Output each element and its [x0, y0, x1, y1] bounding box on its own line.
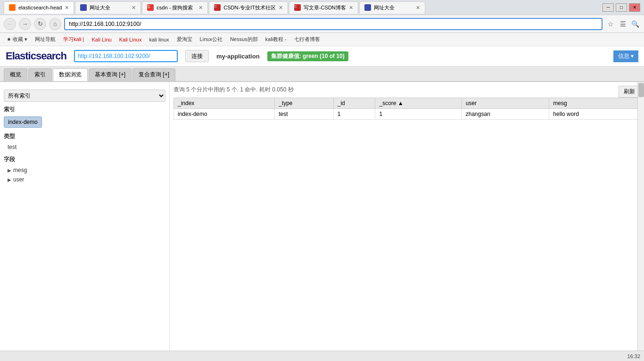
address-bar: ← → ↻ ⌂ ☆ ☰ 🔍 [0, 15, 644, 33]
tab-close-csdn1[interactable]: ✕ [198, 5, 203, 11]
browser-tabs: elasticsearch-head ✕ 网址大全 ✕ S csdn - 搜狗搜… [4, 1, 601, 14]
app-logo: Elasticsearch [6, 50, 66, 62]
field-item-user[interactable]: ▶ user [4, 175, 165, 184]
tab-title-net2: 网址大全 [374, 4, 413, 11]
tab-overview[interactable]: 概览 [4, 68, 27, 81]
table-row: index-demo test 1 1 zhangsan hello word [174, 109, 640, 120]
cell-user: zhangsan [462, 109, 549, 120]
main-content: 所有索引 索引 index-demo 类型 test 字段 ▶ mesg ▶ u… [0, 82, 644, 351]
back-button[interactable]: ← [4, 18, 16, 30]
results-summary: 查询 5 个分片中用的 5 个. 1 命中. 耗时 0.050 秒 [173, 86, 640, 94]
index-item-demo[interactable]: index-demo [4, 116, 42, 128]
field-name-user: user [13, 176, 24, 183]
tab-favicon-es [9, 4, 16, 11]
cell-index: index-demo [174, 109, 275, 120]
bookmark-nessus[interactable]: Nessus的部 [227, 35, 261, 44]
col-header-user[interactable]: user [462, 98, 549, 109]
cell-mesg: hello word [549, 109, 640, 120]
cluster-name: my-application [216, 53, 260, 60]
bookmark-kali-linu[interactable]: Kali Linu [89, 36, 114, 43]
search-icon[interactable]: 🔍 [630, 19, 640, 29]
tab-close-es[interactable]: ✕ [65, 5, 69, 11]
bookmark-linux-pub[interactable]: Linux公社 [197, 35, 225, 44]
bookmark-kali-tutorial[interactable]: kali教程 - [263, 35, 289, 44]
tab-data-browser[interactable]: 数据浏览 [53, 68, 88, 81]
title-bar: elasticsearch-head ✕ 网址大全 ✕ S csdn - 搜狗搜… [0, 0, 644, 15]
home-button[interactable]: ⌂ [49, 18, 61, 30]
bookmark-kali-linux[interactable]: Kali Linux [116, 36, 145, 43]
col-header-mesg[interactable]: mesg [549, 98, 640, 109]
tab-favicon-net2 [364, 4, 371, 11]
bookmark-taobao[interactable]: 爱淘宝 [174, 35, 195, 44]
col-header-score[interactable]: _score ▲ [375, 98, 462, 109]
table-header-row: _index _type _id _score ▲ user mesg [174, 98, 640, 109]
bookmark-kali-linux-en[interactable]: kali linux [146, 36, 172, 43]
tab-complex-query[interactable]: 复合查询 [+] [132, 68, 175, 81]
tab-title-es: elasticsearch-head [18, 5, 62, 10]
col-header-type[interactable]: _type [275, 98, 334, 109]
tab-favicon-csdn2: C [214, 4, 221, 11]
cell-id: 1 [333, 109, 375, 120]
bookmark-7-lines[interactable]: 七行者博客 [291, 35, 323, 44]
field-name-mesg: mesg [13, 167, 27, 173]
tab-basic-query[interactable]: 基本查询 [+] [89, 68, 132, 81]
tab-elasticsearch-head[interactable]: elasticsearch-head ✕ [4, 1, 74, 14]
tab-index[interactable]: 索引 [28, 68, 52, 81]
scrollbar-thumb[interactable] [638, 83, 644, 97]
status-bar: 16:32 [0, 351, 644, 361]
field-arrow-user: ▶ [8, 177, 11, 182]
bookmark-nav[interactable]: 网址导航 [32, 35, 58, 44]
index-selector-label: 所有索引 [4, 90, 165, 102]
reload-button[interactable]: ↻ [34, 18, 46, 30]
tab-title-csdn3: 写文章-CSDN博客 [304, 4, 346, 11]
tab-net2[interactable]: 网址大全 ✕ [359, 1, 425, 14]
cell-type: test [275, 109, 334, 120]
tab-close-net2[interactable]: ✕ [416, 5, 420, 11]
nav-tabs: 概览 索引 数据浏览 基本查询 [+] 复合查询 [+] [0, 66, 644, 82]
scrollbar[interactable] [637, 82, 644, 351]
sidebar: 所有索引 索引 index-demo 类型 test 字段 ▶ mesg ▶ u… [0, 82, 170, 351]
server-url-input[interactable] [74, 50, 178, 62]
health-status-badge: 集群健康值: green (10 of 10) [267, 51, 348, 61]
maximize-button[interactable]: □ [616, 3, 627, 12]
tab-net1[interactable]: 网址大全 ✕ [75, 1, 141, 14]
tab-favicon-csdn3: C [294, 4, 301, 11]
address-right-icons: ☆ ☰ 🔍 [605, 19, 640, 29]
star-icon: ★ [7, 36, 11, 42]
forward-button[interactable]: → [19, 18, 31, 30]
col-header-index[interactable]: _index [174, 98, 275, 109]
index-selector[interactable]: 所有索引 [4, 90, 165, 102]
bookmark-kali-learn[interactable]: 学习kali | [60, 35, 87, 44]
url-input[interactable] [64, 18, 603, 30]
tab-title-net1: 网址大全 [90, 4, 129, 11]
tab-favicon-s1: S [147, 4, 154, 11]
tab-csdn2[interactable]: C CSDN-专业IT技术社区 ✕ [209, 1, 288, 14]
index-section-label: 索引 [4, 106, 165, 114]
tab-csdn1[interactable]: S csdn - 搜狗搜索 ✕ [142, 1, 208, 14]
tab-close-csdn3[interactable]: ✕ [349, 5, 353, 11]
star-icon[interactable]: ☆ [605, 19, 616, 29]
tab-favicon-net1 [80, 4, 87, 11]
tab-csdn3[interactable]: C 写文章-CSDN博客 ✕ [289, 1, 358, 14]
field-arrow-mesg: ▶ [8, 168, 11, 173]
bookmark-icon[interactable]: ☰ [618, 19, 628, 29]
bookmarks-bar: ★ 收藏 ▾ 网址导航 学习kali | Kali Linu Kali Linu… [0, 33, 644, 46]
close-button[interactable]: ✕ [629, 3, 640, 12]
type-section-label: 类型 [4, 132, 165, 140]
cell-score: 1 [375, 109, 462, 120]
tab-close-net1[interactable]: ✕ [132, 5, 136, 11]
results-scroll[interactable]: _index _type _id _score ▲ user mesg inde… [173, 98, 640, 330]
window-controls: ─ □ ✕ [603, 3, 640, 12]
info-button[interactable]: 信息 ▾ [613, 50, 638, 62]
bookmark-favorites[interactable]: ★ 收藏 ▾ [4, 35, 30, 44]
clock: 16:32 [627, 353, 640, 359]
field-section-label: 字段 [4, 156, 165, 164]
tab-close-csdn2[interactable]: ✕ [279, 5, 283, 11]
col-header-id[interactable]: _id [333, 98, 375, 109]
results-table: _index _type _id _score ▲ user mesg inde… [173, 98, 640, 120]
results-area: 刷新 查询 5 个分片中用的 5 个. 1 命中. 耗时 0.050 秒 _in… [170, 82, 644, 351]
minimize-button[interactable]: ─ [603, 3, 614, 12]
field-item-mesg[interactable]: ▶ mesg [4, 165, 165, 175]
connect-button[interactable]: 连接 [185, 50, 209, 62]
type-item-test[interactable]: test [4, 142, 165, 152]
